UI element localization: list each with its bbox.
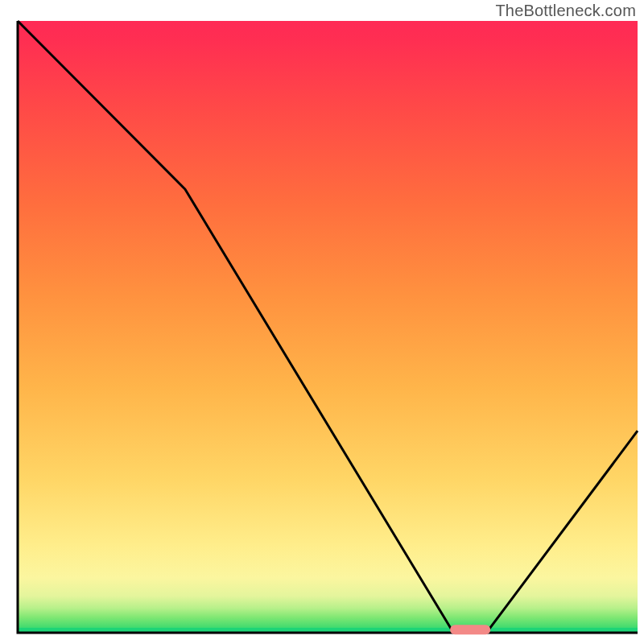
optimal-marker [450,625,490,634]
bottleneck-chart [0,0,644,644]
watermark-text: TheBottleneck.com [495,2,636,20]
chart-container: TheBottleneck.com [0,0,644,644]
